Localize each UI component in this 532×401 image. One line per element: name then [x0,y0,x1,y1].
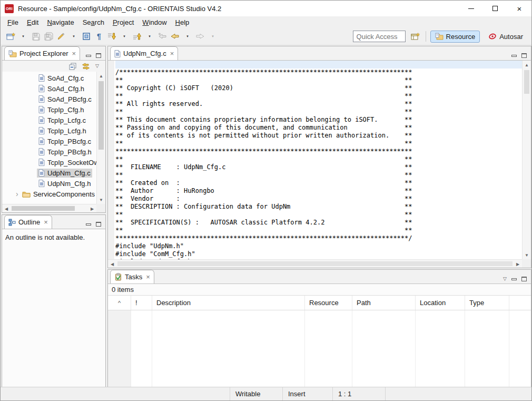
menu-navigate[interactable]: Navigate [43,17,77,27]
new-wizard-dropdown[interactable]: ▾ [17,30,29,43]
tab-project-explorer[interactable]: Project Explorer × [4,46,80,60]
tree-item-label: TcpIp_PBcfg.h [47,148,92,156]
maximize-button[interactable] [483,1,507,16]
code-editor[interactable]: /***************************************… [115,61,522,259]
scroll-up-icon[interactable]: ▲ [523,61,531,69]
tree-item-udpnm-cfg-c[interactable]: UdpNm_Cfg.c [2,168,96,178]
perspective-resource-button[interactable]: Resource [430,31,480,43]
tree-vertical-scrollbar[interactable]: ▲ ▼ [96,72,105,204]
maximize-panel-button[interactable] [521,277,527,281]
next-annotation-button[interactable] [106,30,117,43]
project-tree[interactable]: SoAd_Cfg.cSoAd_Cfg.hSoAd_PBcfg.cTcpIp_Cf… [2,72,105,212]
close-icon[interactable]: × [169,50,174,57]
tree-item-tcpip-pbcfg-c[interactable]: TcpIp_PBcfg.c [2,136,96,146]
tree-item-label: UdpNm_Cfg.c [47,169,91,177]
tasks-table-header: ^ !DescriptionResourcePathLocationType [108,296,531,310]
tree-horizontal-scrollbar[interactable]: ◀ ▶ [2,204,96,212]
last-edit-location-button[interactable] [156,30,168,43]
close-icon[interactable]: × [43,219,48,226]
scrollbar-thumb[interactable] [12,206,75,211]
view-menu-button[interactable]: ▽ [503,277,507,281]
previous-annotation-dropdown[interactable]: ▾ [144,30,155,43]
save-button[interactable] [30,30,42,43]
menu-file[interactable]: File [4,17,22,27]
chevron-down-icon: ▾ [122,34,127,38]
scroll-right-icon[interactable]: ▶ [514,260,522,268]
status-bar: Writable Insert 1 : 1 [1,387,531,400]
menu-search[interactable]: Search [79,17,108,27]
pen-tool-dropdown[interactable]: ▾ [68,30,80,43]
twisty-collapsed-icon[interactable]: › [16,190,21,198]
scroll-down-icon[interactable]: ▼ [523,251,531,259]
scrollbar-thumb[interactable] [524,70,529,94]
tree-item-soad-cfg-h[interactable]: SoAd_Cfg.h [2,83,96,94]
back-button[interactable] [169,30,181,43]
column-header-path[interactable]: Path [352,296,416,310]
tree-item-udpnm-cfg-h[interactable]: UdpNm_Cfg.h [2,178,96,189]
tab-outline[interactable]: Outline × [4,215,52,229]
column-header-type[interactable]: Type [465,296,509,310]
tree-item-soad-cfg-c[interactable]: SoAd_Cfg.c [2,73,96,83]
arrow-left-star-icon [157,33,167,40]
editor-horizontal-scrollbar[interactable]: ◀ ▶ [108,259,522,268]
minimize-panel-button[interactable] [511,278,517,280]
tree-item-servicecomponents[interactable]: ›ServiceComponents [2,189,96,199]
status-caret-position: 1 : 1 [332,387,385,400]
code-line: ****************************************… [115,234,522,242]
minimize-panel-button[interactable] [511,55,517,57]
open-perspective-button[interactable] [410,30,421,43]
scroll-right-icon[interactable]: ▶ [88,204,96,213]
tab-tasks[interactable]: Tasks × [110,270,154,283]
scroll-down-icon[interactable]: ▼ [97,195,105,204]
menu-help[interactable]: Help [172,17,193,27]
link-with-editor-button[interactable] [82,63,90,70]
view-menu-button[interactable]: ▽ [95,64,99,69]
tree-item-tcpip-pbcfg-h[interactable]: TcpIp_PBcfg.h [2,146,96,157]
close-button[interactable]: × [507,1,531,16]
pen-tool-button[interactable] [55,30,67,43]
previous-annotation-button[interactable] [131,30,143,43]
menu-edit[interactable]: Edit [23,17,42,27]
minimize-button[interactable] [459,1,483,16]
back-dropdown[interactable]: ▾ [182,30,193,43]
collapse-all-button[interactable] [69,63,76,70]
tab-editor-file[interactable]: UdpNm_Cfg.c × [110,46,178,60]
menu-window[interactable]: Window [139,17,170,27]
maximize-panel-button[interactable] [96,53,101,58]
forward-dropdown[interactable]: ▾ [207,30,219,43]
nested-square-button[interactable] [81,30,92,43]
quick-access-input[interactable] [353,31,406,42]
column-header-resource[interactable]: Resource [305,296,352,310]
close-icon[interactable]: × [145,273,150,280]
tree-item-tcpip-cfg-h[interactable]: TcpIp_Cfg.h [2,104,96,115]
minimize-panel-button[interactable] [86,55,91,57]
scrollbar-thumb[interactable] [98,81,104,150]
tree-item-soad-pbcfg-c[interactable]: SoAd_PBcfg.c [2,94,96,104]
tree-item-tcpip-lcfg-c[interactable]: TcpIp_Lcfg.c [2,115,96,125]
close-icon[interactable]: × [71,50,76,57]
tree-item-tcpip-socketow[interactable]: TcpIp_SocketOw [2,157,96,168]
main-area: Project Explorer × ▽ SoAd_Cfg.cSoAd_Cfg [1,45,531,388]
forward-button[interactable] [194,30,206,43]
minimize-panel-button[interactable] [86,223,91,226]
perspective-autosar-button[interactable]: Autosar [484,31,527,42]
column-header-[interactable]: ! [131,296,152,310]
menu-project[interactable]: Project [109,17,137,27]
show-whitespace-button[interactable]: ¶ [93,30,105,43]
sort-column-header[interactable]: ^ [108,296,131,310]
scroll-left-icon[interactable]: ◀ [2,204,11,213]
tree-item-label: TcpIp_PBcfg.c [47,138,91,145]
new-wizard-button[interactable] [5,30,16,43]
next-annotation-dropdown[interactable]: ▾ [119,30,130,43]
scrollbar-thumb[interactable] [117,261,513,266]
maximize-panel-button[interactable] [521,53,527,58]
save-all-button[interactable] [43,30,54,43]
column-header-location[interactable]: Location [416,296,465,310]
scroll-left-icon[interactable]: ◀ [108,260,116,268]
tree-item-tcpip-lcfg-h[interactable]: TcpIp_Lcfg.h [2,125,96,136]
maximize-panel-button[interactable] [96,222,101,227]
status-divider [385,387,386,400]
editor-vertical-scrollbar[interactable]: ▲ ▼ [522,61,531,259]
scroll-up-icon[interactable]: ▲ [97,72,105,80]
column-header-description[interactable]: Description [152,296,305,310]
